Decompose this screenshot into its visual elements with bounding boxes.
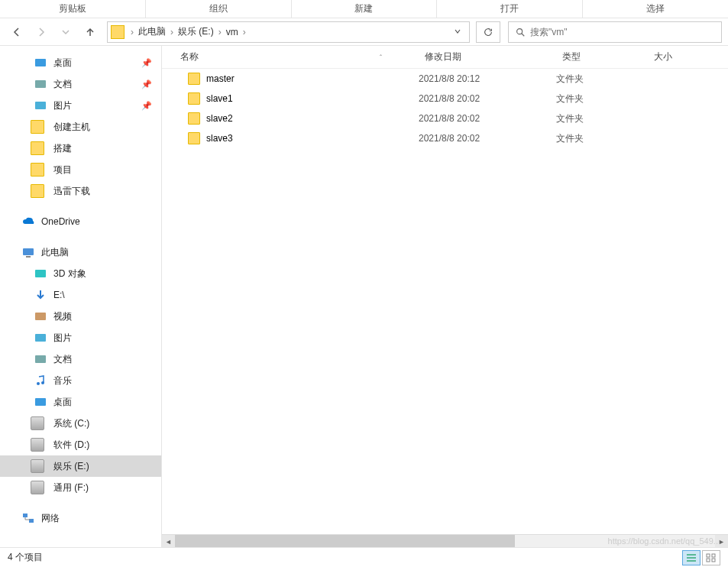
view-icons-button[interactable] <box>702 550 720 565</box>
sidebar-item[interactable]: 音乐 <box>0 370 161 391</box>
svg-rect-18 <box>712 559 715 562</box>
file-date: 2021/8/8 20:02 <box>419 133 556 144</box>
ribbon-tab-select[interactable]: 选择 <box>583 0 728 18</box>
drive-icon <box>34 438 47 452</box>
column-header-name[interactable]: 名称ˆ <box>174 50 419 63</box>
column-header-size[interactable]: 大小 <box>648 50 709 63</box>
forward-button[interactable] <box>31 21 52 43</box>
sidebar-item[interactable]: 图片📌 <box>0 95 161 116</box>
search-input[interactable] <box>530 27 715 37</box>
file-row[interactable]: slave32021/8/8 20:02文件夹 <box>162 128 728 148</box>
search-icon <box>515 27 526 37</box>
ribbon-tab-organize[interactable]: 组织 <box>146 0 292 18</box>
scroll-right-arrow[interactable]: ► <box>715 535 728 547</box>
sidebar-item[interactable]: E:\ <box>0 284 161 306</box>
chevron-right-icon[interactable]: › <box>217 27 223 37</box>
recent-dropdown[interactable] <box>55 21 76 43</box>
file-row[interactable]: slave22021/8/8 20:02文件夹 <box>162 109 728 128</box>
network-icon <box>21 511 35 525</box>
sidebar-item-label: 娱乐 (E:) <box>53 460 89 473</box>
sidebar-item[interactable]: 图片 <box>0 327 161 348</box>
sidebar-item[interactable]: 视频 <box>0 306 161 327</box>
breadcrumb-thispc[interactable]: 此电脑 <box>135 25 169 38</box>
file-row[interactable]: master2021/8/8 20:12文件夹 <box>162 69 728 89</box>
drive-icon <box>34 459 47 473</box>
refresh-button[interactable] <box>476 21 500 43</box>
address-dropdown[interactable] <box>449 27 466 37</box>
ribbon-tab-new[interactable]: 新建 <box>292 0 438 18</box>
breadcrumb-folder[interactable]: vm <box>223 27 241 37</box>
sidebar-item[interactable]: 软件 (D:) <box>0 434 161 455</box>
sidebar-item[interactable]: 系统 (C:) <box>0 413 161 434</box>
file-row[interactable]: slave12021/8/8 20:02文件夹 <box>162 89 728 109</box>
sidebar-item[interactable]: 搭建 <box>0 138 161 159</box>
thispc-icon <box>21 245 35 259</box>
sidebar-item[interactable]: 文档📌 <box>0 73 161 95</box>
folder-icon <box>34 141 47 155</box>
sidebar-item-label: 桌面 <box>53 396 72 409</box>
scroll-thumb[interactable] <box>175 535 515 547</box>
pin-icon: 📌 <box>141 79 152 89</box>
svg-rect-8 <box>35 334 46 342</box>
sidebar-item-label: 音乐 <box>53 374 72 387</box>
ribbon-tab-open[interactable]: 打开 <box>437 0 583 18</box>
horizontal-scrollbar[interactable]: ◄ ► <box>162 534 728 547</box>
file-date: 2021/8/8 20:12 <box>419 73 556 84</box>
svg-rect-4 <box>23 248 34 255</box>
sidebar-item[interactable]: 迅雷下载 <box>0 180 161 202</box>
video-icon <box>34 309 47 323</box>
doc-icon <box>34 77 47 91</box>
breadcrumb-drive[interactable]: 娱乐 (E:) <box>175 25 217 38</box>
search-box[interactable] <box>508 21 722 43</box>
sidebar-item-label: 搭建 <box>53 142 72 155</box>
file-name: slave3 <box>206 133 233 144</box>
column-headers: 名称ˆ 修改日期 类型 大小 <box>162 46 728 69</box>
column-header-date[interactable]: 修改日期 <box>419 50 556 63</box>
column-header-type[interactable]: 类型 <box>556 50 648 63</box>
svg-point-0 <box>517 28 523 34</box>
address-bar[interactable]: › 此电脑 › 娱乐 (E:) › vm › <box>107 21 470 43</box>
pic-icon <box>34 99 47 112</box>
sidebar-network[interactable]: 网络 <box>0 507 161 529</box>
sidebar-item[interactable]: 娱乐 (E:) <box>0 455 161 477</box>
drive-icon <box>34 481 47 494</box>
back-button[interactable] <box>6 21 28 43</box>
chevron-right-icon[interactable]: › <box>241 27 248 37</box>
sidebar-onedrive[interactable]: OneDrive <box>0 211 161 232</box>
status-item-count: 4 个项目 <box>8 551 43 564</box>
chevron-right-icon[interactable]: › <box>129 27 135 37</box>
file-type: 文件夹 <box>556 92 648 105</box>
folder-icon <box>188 112 200 125</box>
up-button[interactable] <box>79 21 101 43</box>
pin-icon: 📌 <box>141 101 152 111</box>
view-details-button[interactable] <box>682 550 700 565</box>
file-date: 2021/8/8 20:02 <box>419 113 556 124</box>
file-name: slave1 <box>206 93 233 104</box>
sidebar-item-label: 3D 对象 <box>53 267 86 280</box>
sidebar-item[interactable]: 文档 <box>0 348 161 370</box>
svg-rect-17 <box>707 559 710 562</box>
desktop-icon <box>34 395 47 409</box>
sidebar-item[interactable]: 创建主机 <box>0 116 161 138</box>
sidebar-item[interactable]: 桌面 <box>0 391 161 413</box>
svg-rect-16 <box>712 554 715 557</box>
status-bar: 4 个项目 <box>0 547 728 567</box>
sidebar-item-label: 图片 <box>53 99 72 112</box>
file-date: 2021/8/8 20:02 <box>419 93 556 104</box>
svg-point-10 <box>37 382 40 385</box>
folder-icon <box>111 25 125 39</box>
ribbon-tab-clipboard[interactable]: 剪贴板 <box>0 0 146 18</box>
3d-icon <box>34 267 47 280</box>
sidebar-item[interactable]: 通用 (F:) <box>0 477 161 498</box>
navigation-bar: › 此电脑 › 娱乐 (E:) › vm › <box>0 18 728 46</box>
sidebar-item-label: 系统 (C:) <box>53 417 89 430</box>
sidebar-thispc[interactable]: 此电脑 <box>0 241 161 263</box>
doc-icon <box>34 352 47 366</box>
folder-icon <box>188 92 200 105</box>
sidebar-item[interactable]: 项目 <box>0 159 161 180</box>
scroll-left-arrow[interactable]: ◄ <box>162 535 175 547</box>
sidebar-item[interactable]: 3D 对象 <box>0 263 161 284</box>
sidebar-item-label: 迅雷下载 <box>53 185 90 198</box>
sidebar-item[interactable]: 桌面📌 <box>0 52 161 73</box>
chevron-right-icon[interactable]: › <box>169 27 175 37</box>
